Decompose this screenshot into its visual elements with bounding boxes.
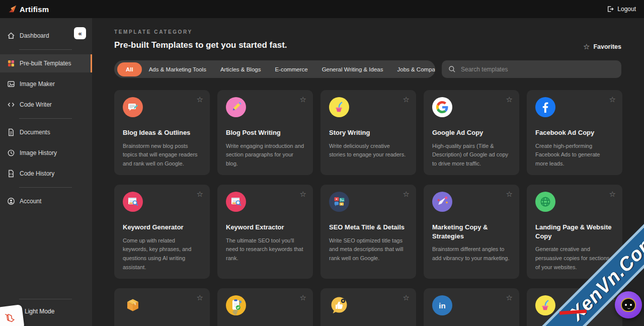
facebook-icon — [535, 97, 555, 117]
sidebar-item-label: Image History — [20, 149, 57, 156]
sidebar-item-label: Image Maker — [20, 80, 55, 88]
template-card[interactable]: Blog Ideas & Outlines Brainstorm new blo… — [114, 90, 210, 175]
card-description: Write SEO optimized title tags and meta … — [329, 236, 408, 263]
category-tab[interactable]: E-commerce — [268, 62, 314, 76]
keyword-icon — [123, 192, 143, 212]
sidebar-item[interactable]: Pre-built Templates — [0, 54, 92, 72]
favorite-star-icon[interactable] — [506, 293, 513, 302]
category-tab[interactable]: Ads & Marketing Tools — [142, 62, 213, 76]
brand-name: Artifism — [20, 5, 49, 14]
card-title: Story Writing — [329, 128, 408, 137]
favorite-star-icon[interactable] — [609, 95, 616, 104]
template-card[interactable]: in LinkedIn Profile Copy A blend of crea… — [424, 288, 519, 326]
template-card[interactable]: Google Ad Copy High-quality pairs (Title… — [424, 90, 519, 175]
favorites-star-icon — [583, 43, 590, 50]
category-tab[interactable]: General Writing & Ideas — [315, 62, 390, 76]
product-desc-icon — [226, 295, 246, 315]
card-description: Come up with related keywords, key phras… — [123, 236, 201, 272]
svg-text:in: in — [439, 301, 445, 310]
sidebar-item[interactable]: Account — [0, 192, 92, 210]
favorite-star-icon[interactable] — [609, 190, 616, 199]
category-eyebrow: TEMPLATE CATEGORY — [114, 29, 621, 35]
favorite-star-icon[interactable] — [403, 293, 410, 302]
sidebar-item[interactable]: Image History — [0, 144, 92, 162]
card-title: Facebook Ad Copy — [535, 128, 614, 137]
favorite-star-icon[interactable] — [403, 190, 410, 199]
sidebar-item-label: Pre-built Templates — [20, 60, 71, 67]
favorite-star-icon[interactable] — [300, 293, 306, 302]
search-input[interactable] — [461, 66, 615, 73]
logout-button[interactable]: Logout — [607, 6, 636, 13]
app-window: Artifism Logout Dashboard Pre-built Temp… — [0, 0, 644, 326]
page-title: Pre-built Templates to get you started f… — [114, 40, 287, 50]
logout-label: Logout — [617, 6, 636, 13]
sidebar-item[interactable]: Code Writer — [0, 96, 92, 114]
category-tabs: All Ads & Marketing Tools Articles & Blo… — [114, 60, 435, 78]
card-description: Write deliciously creative stories to en… — [329, 142, 408, 159]
favorites-label: Favorites — [593, 43, 621, 50]
sidebar-item[interactable]: Image Maker — [0, 75, 92, 93]
sidebar-item[interactable]: Code History — [0, 165, 92, 183]
favorites-button[interactable]: Favorites — [583, 43, 621, 50]
chatbot-fab-button[interactable] — [615, 291, 642, 318]
template-card[interactable]: Facebook Ad Copy Create high-performing … — [527, 90, 622, 175]
card-description: Write engaging introduction and section … — [226, 142, 304, 169]
card-description: Brainstorm new blog posts topics that wi… — [123, 142, 201, 169]
code-history-icon — [7, 170, 15, 178]
template-card[interactable]: Amazon Product Outlines Create product t… — [114, 288, 210, 326]
card-title: SEO Meta Title & Details — [329, 223, 408, 232]
card-description: The ultimate SEO tool you'll need to res… — [226, 236, 304, 263]
template-card[interactable]: SEO Meta Title & Details Write SEO optim… — [320, 185, 416, 279]
amazon-box-icon — [123, 295, 143, 315]
account-icon — [7, 197, 15, 205]
sidebar-item[interactable]: Documents — [0, 123, 92, 141]
divider — [19, 118, 72, 119]
sidebar-item[interactable]: Dashboard — [0, 27, 92, 45]
story-icon — [535, 295, 555, 315]
divider — [19, 299, 72, 299]
google-icon — [432, 97, 452, 117]
blog-ideas-icon — [123, 97, 143, 117]
template-card[interactable]: Product Description Craft epic product d… — [217, 288, 313, 326]
marketing-icon — [432, 192, 452, 212]
laravel-badge — [0, 304, 25, 326]
favorite-star-icon[interactable] — [403, 95, 410, 104]
sidebar-item-label: Documents — [20, 129, 50, 136]
seo-meta-icon — [329, 192, 349, 212]
favorite-star-icon[interactable] — [506, 95, 513, 104]
template-card[interactable]: Story Writing Write deliciously creative… — [320, 90, 416, 175]
image-icon — [7, 80, 15, 88]
favorite-star-icon[interactable] — [197, 190, 203, 199]
card-description: Create high-performing Facebook Ads to g… — [535, 142, 614, 169]
favorite-star-icon[interactable] — [197, 293, 203, 302]
story-icon — [329, 97, 349, 117]
favorite-star-icon[interactable] — [197, 95, 203, 104]
brand[interactable]: Artifism — [8, 5, 49, 14]
templates-grid-icon — [7, 59, 15, 67]
code-icon — [7, 101, 15, 109]
card-description: Brainstorm different angles to add vibra… — [432, 245, 511, 263]
category-tab[interactable]: All — [117, 62, 142, 76]
category-tab[interactable]: Jobs & Companies — [390, 62, 436, 76]
favorite-star-icon[interactable] — [506, 190, 513, 199]
search-box — [442, 60, 621, 78]
sidebar-item-label: Dashboard — [20, 32, 49, 39]
favorite-star-icon[interactable] — [300, 95, 306, 104]
document-icon — [7, 128, 15, 136]
image-history-icon — [7, 149, 15, 157]
sidebar-item-label: Code Writer — [20, 101, 52, 108]
light-mode-label: Light Mode — [25, 308, 54, 315]
template-card[interactable]: Product Reviews & Responders — [320, 288, 416, 326]
favorite-star-icon[interactable] — [300, 190, 306, 199]
template-card[interactable]: Keyword Extractor The ultimate SEO tool … — [217, 185, 313, 279]
divider — [19, 49, 72, 50]
template-card[interactable]: Marketing Copy & Strategies Brainstorm d… — [424, 185, 519, 279]
sidebar-item-label: Code History — [20, 170, 54, 177]
category-tab[interactable]: Articles & Blogs — [213, 62, 268, 76]
template-card[interactable]: Keyword Generator Come up with related k… — [114, 185, 210, 279]
template-card[interactable]: Blog Post Writing Write engaging introdu… — [217, 90, 313, 175]
template-card-grid: Blog Ideas & Outlines Brainstorm new blo… — [114, 90, 621, 326]
robot-face-icon — [621, 298, 636, 312]
card-title: Blog Ideas & Outlines — [123, 128, 201, 137]
card-description: High-quality pairs (Title & Description)… — [432, 142, 511, 169]
